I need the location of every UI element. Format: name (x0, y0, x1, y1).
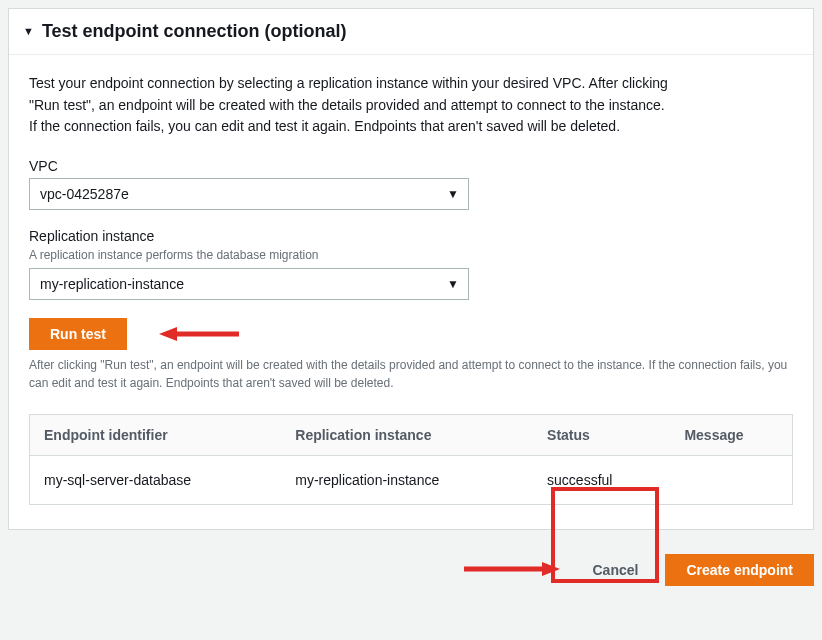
test-endpoint-panel: ▼ Test endpoint connection (optional) Te… (8, 8, 814, 530)
replication-instance-select[interactable]: my-replication-instance (29, 268, 469, 300)
th-replication-instance: Replication instance (281, 415, 533, 456)
run-test-button[interactable]: Run test (29, 318, 127, 350)
create-endpoint-button[interactable]: Create endpoint (665, 554, 814, 586)
cell-replication-instance: my-replication-instance (281, 456, 533, 505)
panel-description: Test your endpoint connection by selecti… (29, 73, 669, 138)
svg-marker-1 (159, 327, 177, 341)
table-row: my-sql-server-database my-replication-in… (30, 456, 793, 505)
callout-arrow-icon (159, 325, 239, 343)
replication-instance-help: A replication instance performs the data… (29, 248, 793, 262)
vpc-label: VPC (29, 158, 793, 174)
svg-marker-3 (542, 562, 560, 576)
cancel-button[interactable]: Cancel (574, 554, 658, 586)
th-endpoint-identifier: Endpoint identifier (30, 415, 282, 456)
th-message: Message (670, 415, 792, 456)
replication-instance-label: Replication instance (29, 228, 793, 244)
table-header-row: Endpoint identifier Replication instance… (30, 415, 793, 456)
cell-endpoint-identifier: my-sql-server-database (30, 456, 282, 505)
panel-title: Test endpoint connection (optional) (42, 21, 347, 42)
panel-header[interactable]: ▼ Test endpoint connection (optional) (9, 9, 813, 55)
th-status: Status (533, 415, 670, 456)
results-table: Endpoint identifier Replication instance… (29, 414, 793, 505)
callout-arrow-icon (464, 560, 560, 581)
cell-message (670, 456, 792, 505)
footer-actions: Cancel Create endpoint (8, 554, 814, 586)
run-test-note: After clicking "Run test", an endpoint w… (29, 356, 789, 392)
vpc-select[interactable]: vpc-0425287e (29, 178, 469, 210)
vpc-field: VPC vpc-0425287e ▼ (29, 158, 793, 210)
cell-status: successful (533, 456, 670, 505)
run-test-row: Run test (29, 318, 793, 350)
panel-body: Test your endpoint connection by selecti… (9, 55, 813, 529)
caret-down-icon: ▼ (23, 26, 34, 37)
replication-instance-field: Replication instance A replication insta… (29, 228, 793, 300)
